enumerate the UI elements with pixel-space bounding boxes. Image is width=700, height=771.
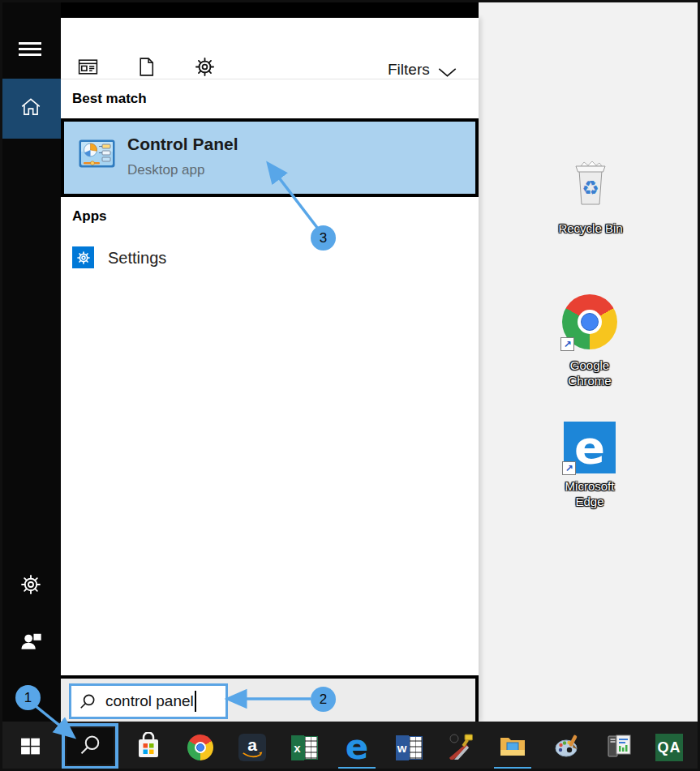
edge-icon: e ↗: [564, 422, 616, 473]
explorer-running-indicator: [494, 767, 531, 769]
home-icon: [19, 96, 42, 122]
taskbar-excel-button[interactable]: x: [290, 733, 319, 762]
shortcut-arrow-icon: ↗: [560, 337, 574, 351]
taskbar-amazon-button[interactable]: a: [238, 733, 267, 762]
search-icon: [78, 733, 102, 760]
user-feedback-icon: [19, 629, 43, 657]
hammer-wrench-icon: [447, 732, 475, 763]
toolbar-divider: [61, 79, 479, 79]
amazon-icon: a: [238, 734, 266, 761]
hamburger-menu-button[interactable]: [19, 42, 41, 57]
desktop-icon-label: Google Chrome: [555, 358, 625, 388]
desktop-icon-recycle-bin[interactable]: ♻ Recycle Bin: [537, 159, 644, 236]
search-sidebar: [0, 0, 61, 722]
flyout-top-band: [0, 0, 479, 18]
taskbar-microsoft-store-button[interactable]: [134, 733, 163, 762]
search-box-strip: control panel: [61, 675, 479, 722]
settings-app-icon: [72, 246, 94, 268]
desktop-icon-label: Microsoft Edge: [555, 478, 625, 509]
excel-icon: x: [291, 735, 318, 760]
documents-filter-icon[interactable]: [135, 56, 157, 78]
taskbar-file-explorer-button[interactable]: [498, 733, 527, 762]
taskbar-qa-button[interactable]: QA: [655, 733, 684, 762]
text-cursor: [195, 691, 196, 712]
edge-icon: e: [346, 733, 369, 762]
chrome-icon: ↗: [562, 294, 617, 349]
apps-filter-icon[interactable]: [77, 56, 99, 78]
computer-chart-icon: [605, 732, 633, 763]
taskbar-search-highlight-box: [62, 723, 118, 769]
taskbar-system-monitor-button[interactable]: [604, 733, 633, 762]
taskbar-chrome-button[interactable]: [186, 733, 215, 762]
word-icon: w: [396, 735, 423, 760]
settings-filter-icon[interactable]: [194, 56, 216, 78]
sidebar-item-settings[interactable]: [0, 568, 61, 605]
filters-label: Filters: [388, 61, 430, 79]
taskbar-edge-button[interactable]: e: [342, 733, 371, 762]
desktop-icon-microsoft-edge[interactable]: e ↗ Microsoft Edge: [536, 422, 643, 509]
chrome-icon: [187, 735, 213, 760]
search-result-control-panel[interactable]: Control Panel Desktop app: [61, 118, 479, 197]
taskbar-word-button[interactable]: w: [394, 733, 423, 762]
apps-header: Apps: [72, 208, 107, 225]
paint-palette-icon: [554, 734, 582, 761]
search-result-settings[interactable]: Settings: [61, 242, 479, 277]
control-panel-icon: [79, 139, 115, 171]
microsoft-store-icon: [135, 732, 161, 763]
recycle-bin-icon: ♻: [565, 159, 616, 216]
best-match-header: Best match: [72, 91, 147, 107]
folder-icon: [499, 735, 526, 760]
svg-text:♻: ♻: [582, 177, 599, 199]
taskbar-paint-button[interactable]: [553, 733, 582, 762]
sidebar-item-home[interactable]: [0, 79, 61, 139]
desktop-icon-label: Recycle Bin: [537, 221, 644, 236]
chevron-down-icon: [437, 66, 457, 77]
search-flyout-panel: Filters Best match: [61, 18, 479, 722]
sidebar-item-feedback[interactable]: [0, 624, 61, 662]
desktop-icon-google-chrome[interactable]: ↗ Google Chrome: [536, 294, 643, 388]
result-subtitle: Desktop app: [127, 162, 204, 178]
search-query-text: control panel: [105, 692, 194, 710]
qa-icon: QA: [655, 734, 683, 761]
windows-desktop-screenshot: Filters Best match: [0, 0, 700, 771]
search-icon: [79, 692, 97, 710]
result-title: Control Panel: [127, 135, 238, 154]
search-input[interactable]: control panel: [69, 683, 228, 719]
taskbar-search-button[interactable]: [67, 728, 114, 765]
filters-dropdown[interactable]: Filters: [388, 61, 457, 79]
taskbar-repair-tool-button[interactable]: [446, 733, 475, 762]
edge-running-indicator: [338, 767, 376, 769]
settings-result-label: Settings: [108, 249, 166, 268]
gear-icon: [19, 573, 42, 599]
start-button[interactable]: [15, 733, 45, 762]
windows-logo-icon: [19, 735, 41, 760]
shortcut-arrow-icon: ↗: [562, 461, 576, 475]
